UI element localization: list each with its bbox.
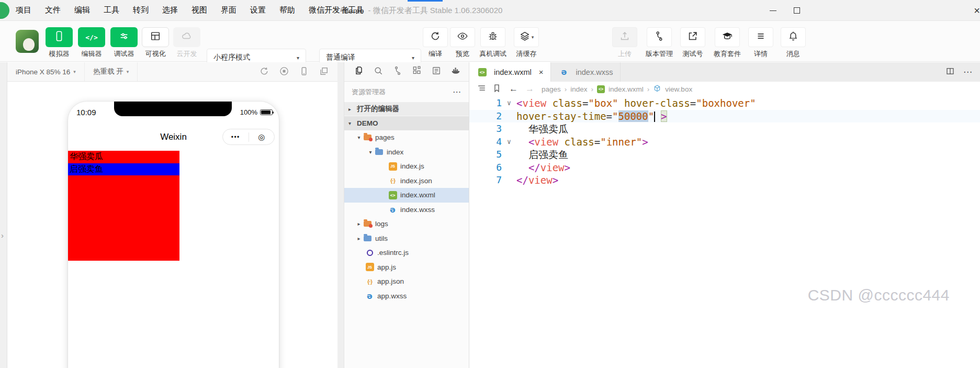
code-editor[interactable]: 1∨<view class="box" hover-class="boxhove… <box>469 96 980 368</box>
editor-toggle[interactable]: </> 编辑器 <box>76 27 107 59</box>
hot-reload-selector[interactable]: 热重载 开▾ <box>85 62 138 81</box>
chevron-down-icon: ▾ <box>127 69 129 74</box>
breadcrumb-pages[interactable]: pages <box>542 85 561 93</box>
more-actions-icon[interactable]: ⋯ <box>453 87 461 97</box>
code-line-7[interactable]: 7</view> <box>469 174 980 187</box>
tab-index-wxml[interactable]: <> index.wxml × <box>469 62 551 82</box>
phone-notch <box>114 102 232 116</box>
portrait-icon[interactable] <box>299 66 309 78</box>
blocks-icon[interactable] <box>412 65 422 78</box>
code-line-3[interactable]: 3 华强卖瓜 <box>469 122 980 136</box>
chevron-down-icon[interactable]: ▾ <box>356 135 362 140</box>
chevron-right-icon[interactable]: ▸ <box>356 236 362 241</box>
breadcrumb-index[interactable]: index <box>570 85 587 93</box>
outline-list-icon[interactable] <box>477 83 487 95</box>
maximize-button[interactable] <box>788 0 806 21</box>
close-button[interactable]: × <box>968 0 980 21</box>
tree-item-app-wxss[interactable]: ǝapp.wxss <box>344 289 469 304</box>
menu-interface[interactable]: 界面 <box>221 5 236 15</box>
restart-icon[interactable] <box>259 66 269 78</box>
tree-item-label: app.js <box>377 263 396 271</box>
upload-icon <box>619 30 630 44</box>
code-line-2[interactable]: 2hover-stay-time="50000" > <box>469 110 980 123</box>
preview-button[interactable]: 预览 <box>450 27 475 59</box>
chevron-right-icon[interactable]: ▸ <box>356 221 362 227</box>
menu-file[interactable]: 文件 <box>45 5 61 15</box>
more-actions-icon[interactable]: ⋯ <box>963 66 973 77</box>
menu-edit[interactable]: 编辑 <box>74 5 90 15</box>
tree-item-app-json[interactable]: {·}app.json <box>344 274 469 289</box>
menu-devtools[interactable]: 微信开发者工具 <box>309 5 364 15</box>
view-inner-row[interactable]: 启强卖鱼 <box>68 163 179 176</box>
menu-select[interactable]: 选择 <box>162 5 178 15</box>
breadcrumb-node[interactable]: view.box <box>665 85 692 93</box>
details-button[interactable]: 详情 <box>748 27 773 59</box>
stop-icon[interactable] <box>279 66 289 78</box>
device-selector[interactable]: iPhone X 85% 16▾ <box>7 62 85 81</box>
messages-button[interactable]: 消息 <box>781 27 806 59</box>
tree-item-logs[interactable]: ▸logs <box>344 217 469 231</box>
tree-item-index-json[interactable]: {·}index.json <box>344 174 469 188</box>
code-line-4[interactable]: 4∨ <view class="inner"> <box>469 136 980 149</box>
compile-button[interactable]: 编译 <box>423 27 448 59</box>
tree-item-utils[interactable]: ▸utils <box>344 231 469 246</box>
menu-view[interactable]: 视图 <box>192 5 207 15</box>
line-number: 3 <box>469 122 502 136</box>
code-line-6[interactable]: 6 </view> <box>469 161 980 174</box>
open-editors-section[interactable]: ▸ 打开的编辑器 <box>344 102 469 116</box>
menu-settings[interactable]: 设置 <box>250 5 266 15</box>
user-avatar[interactable] <box>16 30 39 53</box>
clear-cache-button[interactable]: ▾ 清缓存 <box>514 27 539 59</box>
tree-item-app-js[interactable]: JSapp.js <box>344 260 469 275</box>
cloud-dev-toggle[interactable]: 云开发 <box>172 27 202 59</box>
files-icon[interactable] <box>354 65 364 78</box>
view-box-body[interactable] <box>68 175 179 261</box>
debugger-toggle[interactable]: 调试器 <box>109 27 139 59</box>
minimize-button[interactable] <box>764 0 782 21</box>
simulator-toggle[interactable]: 模拟器 <box>44 27 74 59</box>
test-account-button[interactable]: 测试号 <box>680 27 705 59</box>
save-all-icon[interactable] <box>431 65 442 78</box>
close-icon: × <box>974 5 980 17</box>
tab-index-wxss[interactable]: ǝ index.wxss <box>551 62 621 82</box>
wxml-file-icon: <> <box>597 85 605 93</box>
education-suite-button[interactable]: 教育套件 <box>714 27 741 59</box>
git-icon[interactable] <box>392 65 403 78</box>
menu-tools[interactable]: 工具 <box>104 5 119 15</box>
menu-goto[interactable]: 转到 <box>133 5 149 15</box>
bookmark-icon[interactable] <box>492 83 502 95</box>
tree-item-index-wxml[interactable]: <>index.wxml <box>344 188 469 203</box>
battery-icon <box>260 109 273 115</box>
search-icon[interactable] <box>373 65 384 78</box>
tree-item-eslintrc-js[interactable]: .eslintrc.js <box>344 246 469 260</box>
tree-item-index[interactable]: ▾index <box>344 145 469 160</box>
nav-back-icon[interactable]: ← <box>509 84 518 94</box>
split-editor-icon[interactable] <box>945 66 955 78</box>
fold-chevron-icon[interactable]: ∨ <box>502 136 516 149</box>
tree-item-index-js[interactable]: JSindex.js <box>344 159 469 174</box>
line-number: 5 <box>469 148 502 161</box>
menu-project[interactable]: 项目 <box>16 5 31 15</box>
fold-chevron-icon[interactable]: ∨ <box>502 97 516 110</box>
project-root-section[interactable]: ▾ DEMO <box>344 116 469 130</box>
version-control-button[interactable]: 版本管理 <box>646 27 673 59</box>
explorer-panel: 资源管理器 ⋯ ▸ 打开的编辑器 ▾ DEMO ▾pages▾indexJSin… <box>344 62 469 368</box>
breadcrumb-file[interactable]: index.wxml <box>609 85 644 93</box>
visualizer-toggle[interactable]: 可视化 <box>140 27 171 59</box>
code-line-1[interactable]: 1∨<view class="box" hover-class="boxhove… <box>469 97 980 110</box>
docker-whale-icon[interactable] <box>450 65 461 78</box>
expand-panel-chevron-icon[interactable]: › <box>1 231 4 240</box>
view-box-row[interactable]: 华强卖瓜 <box>68 151 179 163</box>
tree-item-pages[interactable]: ▾pages <box>344 130 469 145</box>
remote-debug-button[interactable]: 真机调试 <box>479 27 506 59</box>
code-line-5[interactable]: 5 启强卖鱼 <box>469 148 980 161</box>
chevron-down-icon[interactable]: ▾ <box>367 149 374 155</box>
close-tab-icon[interactable]: × <box>539 68 544 76</box>
more-dots-icon[interactable]: ••• <box>223 133 249 141</box>
multi-window-icon[interactable] <box>319 66 329 78</box>
menu-help[interactable]: 帮助 <box>279 5 295 15</box>
close-target-icon[interactable]: ◎ <box>249 132 275 142</box>
chevron-down-icon: ▾ <box>532 35 534 40</box>
tree-item-index-wxss[interactable]: ǝindex.wxss <box>344 203 469 217</box>
panel-divider[interactable] <box>337 62 344 368</box>
